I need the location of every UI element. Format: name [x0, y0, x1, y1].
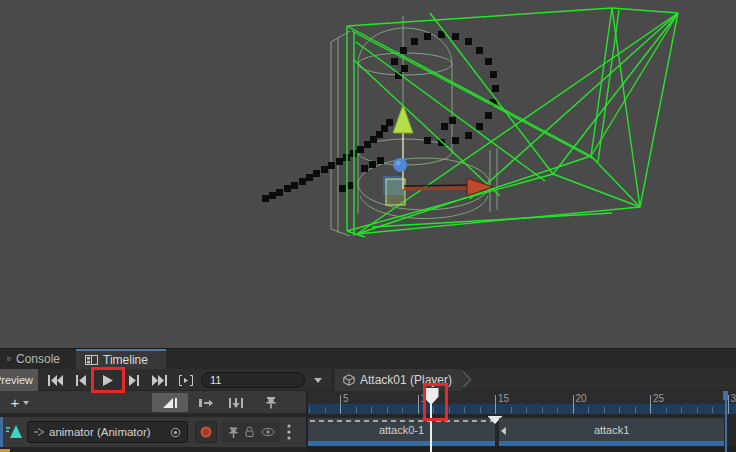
ruler-band: [308, 404, 736, 414]
animator-icon: [34, 427, 45, 437]
trail-pixel: [361, 165, 368, 172]
trail-pixel: [269, 192, 276, 199]
move-gizmo[interactable]: [383, 105, 493, 205]
record-button[interactable]: [195, 421, 217, 443]
trail-pixel: [441, 123, 448, 130]
plus-icon: +: [11, 395, 20, 410]
x-axis-shadow: [404, 185, 467, 186]
gizmo-plane-handle-2[interactable]: [386, 179, 405, 205]
animator-object-label: animator (Animator): [49, 426, 166, 438]
trail-pixel: [299, 178, 306, 185]
ruler-tick: [325, 407, 326, 413]
trail-pixel: [339, 185, 346, 192]
animation-track-icon: [6, 424, 24, 440]
edit-mode-replace-button[interactable]: [223, 393, 249, 412]
eye-icon: [261, 427, 275, 437]
x-axis-line: [404, 188, 467, 189]
track-lock-button[interactable]: [244, 426, 255, 438]
animator-object-field[interactable]: animator (Animator): [27, 421, 188, 443]
track-mute-button[interactable]: [261, 427, 275, 437]
trail-pixel: [485, 112, 492, 119]
collider-wireframe: [331, 16, 497, 236]
tab-timeline[interactable]: Timeline: [76, 349, 166, 369]
ruler-tick: [526, 407, 527, 413]
edit-mode-ripple-button[interactable]: [193, 393, 219, 412]
pin-icon: [228, 426, 239, 439]
object-picker-icon[interactable]: [170, 427, 181, 438]
options-header: +: [0, 391, 306, 414]
timeline-panel: Console Timeline Preview: [0, 348, 736, 452]
play-range-icon: [178, 375, 194, 386]
time-ruler[interactable]: 51015202530: [306, 391, 736, 414]
ruler-tick: [511, 407, 512, 413]
timeline-icon: [85, 355, 98, 365]
kebab-menu-icon: [287, 424, 291, 440]
clip-attack0-1[interactable]: attack0-1: [308, 418, 495, 446]
toolbar-separator: [332, 369, 333, 391]
ruler-tick: [402, 407, 403, 413]
current-frame-input[interactable]: [201, 372, 305, 388]
options-row: +: [0, 391, 736, 414]
chevron-down-icon: [23, 401, 29, 405]
trail-pixel: [370, 136, 377, 143]
previous-frame-icon: [75, 375, 88, 386]
mix-mode-icon: [162, 397, 178, 409]
trail-pixel: [391, 58, 398, 65]
goto-start-button[interactable]: [43, 370, 68, 390]
breadcrumb[interactable]: Attack01 (Player): [335, 369, 473, 391]
ruler-tick: [449, 407, 450, 413]
edit-mode-mix-button[interactable]: [152, 393, 188, 412]
ruler-tick: [480, 407, 481, 413]
header-bottom-strip: [0, 447, 306, 452]
lock-icon: [244, 426, 255, 438]
tab-bar: Console Timeline: [0, 349, 736, 369]
trail-pixel: [347, 182, 354, 189]
trail-pixel: [401, 65, 408, 72]
gizmo-center-sphere[interactable]: [393, 158, 407, 172]
trail-pixel: [424, 33, 431, 40]
ruler-tick: [309, 407, 310, 413]
trail-pixel: [452, 33, 459, 40]
trail-pixel: [381, 125, 388, 132]
ruler-tick: [573, 395, 574, 414]
play-range-button[interactable]: [173, 370, 198, 390]
marker-track-toggle-button[interactable]: [258, 393, 284, 412]
clip-label: attack0-1: [379, 424, 424, 436]
trail-pixel: [306, 174, 313, 181]
frame-options-dropdown[interactable]: [306, 370, 330, 390]
ruler-tick: [464, 407, 465, 413]
track-button-group: [222, 421, 280, 443]
ruler-tick-label: 20: [576, 393, 587, 404]
goto-end-icon: [151, 375, 168, 386]
ruler-tick-label: 30: [731, 393, 736, 404]
add-track-button[interactable]: +: [3, 393, 37, 412]
timeline-end-marker[interactable]: [725, 391, 727, 452]
pin-icon: [265, 396, 277, 409]
trail-pixel: [336, 158, 343, 165]
tab-console[interactable]: Console: [0, 349, 69, 369]
track-more-button[interactable]: [284, 422, 294, 442]
goto-end-button[interactable]: [147, 370, 172, 390]
replace-mode-icon: [228, 397, 244, 409]
ruler-tick: [557, 407, 558, 413]
scene-view[interactable]: [0, 0, 736, 348]
ruler-tick: [495, 395, 496, 414]
ruler-tick-label: 5: [343, 393, 349, 404]
gizmo-center-highlight: [396, 161, 401, 166]
track-pin-button[interactable]: [228, 426, 239, 439]
clips-lane: attack0-1attack1: [306, 414, 736, 452]
preview-toggle-button[interactable]: Preview: [0, 369, 38, 391]
y-axis-arrow[interactable]: [393, 105, 413, 133]
animator-track-header[interactable]: animator (Animator): [0, 417, 306, 447]
tab-console-label: Console: [16, 352, 60, 366]
trail-pixel: [386, 119, 393, 126]
clip-attack1[interactable]: attack1: [499, 418, 725, 446]
trail-pixel: [291, 182, 298, 189]
ruler-tick: [418, 395, 419, 414]
ruler-tick: [371, 407, 372, 413]
trail-pixel: [321, 166, 328, 173]
console-icon: [7, 354, 11, 364]
ruler-tick-label: 15: [498, 393, 509, 404]
timeline-end-marker-cap: [723, 391, 728, 400]
trail-pixel: [492, 85, 499, 92]
